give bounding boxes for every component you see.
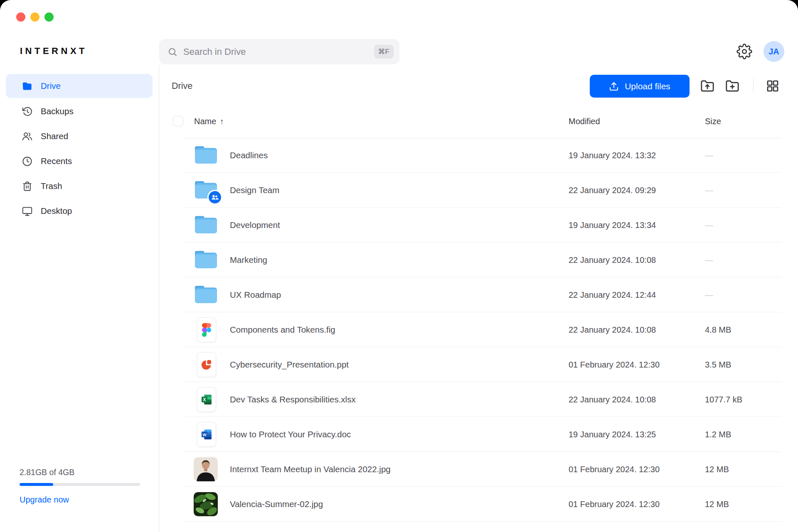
item-size: — [705, 277, 713, 312]
upload-folder-icon [700, 79, 714, 93]
upgrade-now-link[interactable]: Upgrade now [20, 495, 140, 505]
table-row[interactable]: UX Roadmap 22 January 2024. 12:44 — [159, 277, 798, 312]
sidebar-item-label: Desktop [41, 206, 72, 216]
desktop-icon [22, 206, 33, 217]
sidebar-item-label: Trash [41, 181, 62, 191]
item-name: Marketing [230, 243, 267, 277]
sort-arrow-icon: ↑ [220, 117, 224, 126]
table-row[interactable]: Valencia-Summer-02.jpg 01 February 2024.… [159, 487, 798, 522]
svg-text:W: W [202, 432, 206, 437]
settings-button[interactable] [736, 44, 752, 59]
search-shortcut-badge: ⌘F [374, 45, 394, 59]
file-list: Deadlines 19 January 2024. 13:32 — Desig… [159, 138, 798, 522]
sidebar-item-desktop[interactable]: Desktop [6, 199, 153, 223]
close-window-button[interactable] [16, 12, 25, 22]
excel-file-icon: X [197, 387, 216, 412]
table-row[interactable]: Cybersecurity_Presentation.ppt 01 Februa… [159, 347, 798, 382]
upload-files-label: Upload files [625, 81, 670, 91]
table-row[interactable]: X Dev Tasks & Responsibilities.xlsx 22 J… [159, 382, 798, 417]
clock-icon [22, 156, 33, 167]
item-modified: 01 February 2024. 12:30 [569, 452, 660, 487]
shared-badge-icon [207, 190, 222, 205]
grid-view-button[interactable] [766, 79, 779, 93]
folder-icon [194, 146, 218, 164]
item-modified: 01 February 2024. 12:30 [569, 487, 660, 522]
item-modified: 19 January 2024. 13:34 [569, 208, 656, 243]
svg-text:X: X [203, 397, 206, 402]
item-name: Internxt Team Meetup in Valencia 2022.jp… [230, 452, 391, 487]
item-size: 1.2 MB [705, 417, 731, 452]
item-size: — [705, 173, 713, 208]
gear-icon [736, 44, 752, 59]
folder-icon [22, 81, 33, 92]
sidebar-item-label: Drive [41, 81, 61, 91]
item-name: Dev Tasks & Responsibilities.xlsx [230, 382, 356, 417]
sidebar-item-recents[interactable]: Recents [6, 149, 153, 174]
figma-file-icon [197, 317, 216, 342]
item-name: How to Protect Your Privacy.doc [230, 417, 351, 452]
zoom-window-button[interactable] [44, 12, 54, 22]
item-name: UX Roadmap [230, 277, 281, 312]
item-modified: 01 February 2024. 12:30 [569, 347, 660, 382]
item-name: Cybersecurity_Presentation.ppt [230, 347, 349, 382]
folder-icon [194, 216, 218, 234]
photo-thumbnail-portrait [194, 457, 218, 481]
sidebar-item-backups[interactable]: Backups [6, 99, 153, 124]
item-name: Development [230, 208, 280, 243]
sidebar-item-label: Backups [41, 106, 74, 116]
trash-icon [22, 181, 33, 192]
page-title: Drive [172, 81, 192, 91]
users-icon [22, 131, 33, 142]
internxt-logo: INTERNXT [20, 46, 87, 56]
upload-folder-button[interactable] [700, 79, 714, 93]
app-window: INTERNXT ⌘F JA Drive B [0, 0, 798, 532]
powerpoint-file-icon [197, 352, 216, 377]
item-size: 12 MB [705, 452, 729, 487]
item-size: — [705, 138, 713, 173]
folder-icon [194, 250, 218, 269]
minimize-window-button[interactable] [30, 12, 39, 22]
window-controls [16, 12, 54, 22]
item-size: 1077.7 kB [705, 382, 742, 417]
storage-widget: 2.81GB of 4GB Upgrade now [20, 468, 140, 505]
table-row[interactable]: Deadlines 19 January 2024. 13:32 — [159, 138, 798, 173]
word-file-icon: W [197, 422, 216, 447]
item-modified: 22 January 2024. 10:08 [569, 312, 656, 347]
storage-progress-fill [20, 483, 53, 486]
sidebar-item-drive[interactable]: Drive [6, 74, 153, 98]
table-row[interactable]: Design Team 22 January 2024. 09:29 — [159, 173, 798, 208]
table-row[interactable]: Internxt Team Meetup in Valencia 2022.jp… [159, 452, 798, 487]
item-modified: 22 January 2024. 10:08 [569, 382, 656, 417]
table-row[interactable]: W How to Protect Your Privacy.doc 19 Jan… [159, 417, 798, 452]
storage-usage-text: 2.81GB of 4GB [20, 468, 140, 477]
table-row[interactable]: Marketing 22 January 2024. 10:08 — [159, 243, 798, 277]
sidebar-item-trash[interactable]: Trash [6, 174, 153, 199]
select-all-checkbox[interactable] [173, 116, 183, 126]
item-size: 3.5 MB [705, 347, 731, 382]
upload-files-button[interactable]: Upload files [590, 75, 690, 98]
search-input[interactable] [183, 47, 374, 57]
item-modified: 22 January 2024. 12:44 [569, 277, 656, 312]
new-folder-icon [725, 79, 739, 93]
table-row[interactable]: Development 19 January 2024. 13:34 — [159, 208, 798, 243]
new-folder-button[interactable] [725, 79, 739, 93]
search-bar[interactable]: ⌘F [159, 39, 399, 64]
item-size: — [705, 208, 713, 243]
sidebar-item-label: Recents [41, 156, 72, 166]
item-modified: 22 January 2024. 09:29 [569, 173, 656, 208]
sidebar-item-shared[interactable]: Shared [6, 124, 153, 149]
column-header-modified[interactable]: Modified [569, 111, 600, 132]
item-name: Valencia-Summer-02.jpg [230, 487, 323, 522]
column-header-name[interactable]: Name↑ [194, 111, 224, 132]
toolbar-divider [753, 78, 754, 93]
item-modified: 19 January 2024. 13:25 [569, 417, 656, 452]
table-row[interactable]: Components and Tokens.fig 22 January 202… [159, 312, 798, 347]
avatar[interactable]: JA [764, 41, 784, 62]
column-header-size[interactable]: Size [705, 111, 721, 132]
photo-thumbnail-foliage [194, 492, 218, 516]
search-icon [167, 47, 177, 57]
history-icon [22, 106, 33, 117]
item-modified: 19 January 2024. 13:32 [569, 138, 656, 173]
item-name: Deadlines [230, 138, 268, 173]
table-header: Name↑ Modified Size [159, 111, 798, 132]
